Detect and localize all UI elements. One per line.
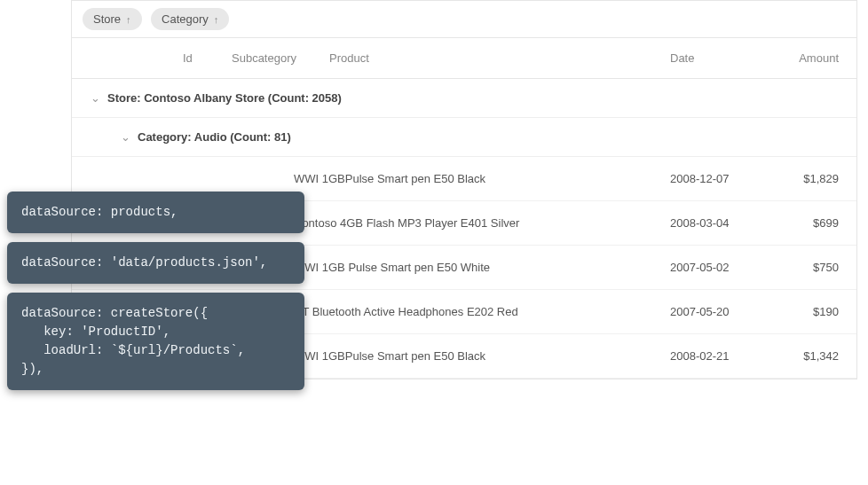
sort-up-icon: ↑ xyxy=(214,14,219,25)
group-chip-category[interactable]: Category ↑ xyxy=(151,8,229,30)
column-header-id[interactable]: Id xyxy=(183,51,232,65)
code-block-2: dataSource: 'data/products.json', xyxy=(7,242,304,284)
group-chip-store[interactable]: Store ↑ xyxy=(83,8,142,30)
cell-product: WWI 1GBPulse Smart pen E50 Black xyxy=(294,172,670,185)
cell-date: 2008-02-21 xyxy=(670,349,777,363)
column-header-amount[interactable]: Amount xyxy=(777,51,856,65)
group-row-store[interactable]: ⌄ Store: Contoso Albany Store (Count: 20… xyxy=(72,79,856,118)
cell-date: 2007-05-20 xyxy=(670,305,777,318)
cell-product: NT Bluetooth Active Headphones E202 Red xyxy=(294,305,670,318)
code-block-3: dataSource: createStore({ key: 'ProductI… xyxy=(7,293,304,390)
cell-product: WWI 1GB Pulse Smart pen E50 White xyxy=(294,261,670,274)
column-header-subcategory[interactable]: Subcategory xyxy=(232,51,329,65)
cell-amount: $190 xyxy=(777,305,856,318)
column-header-row: Id Subcategory Product Date Amount xyxy=(72,38,856,79)
column-header-date[interactable]: Date xyxy=(670,51,777,65)
chevron-down-icon[interactable]: ⌄ xyxy=(83,91,107,105)
group-panel: Store ↑ Category ↑ xyxy=(72,1,856,38)
chevron-down-icon[interactable]: ⌄ xyxy=(113,130,138,144)
cell-date: 2007-05-02 xyxy=(670,261,777,274)
cell-amount: $1,829 xyxy=(777,172,856,185)
code-overlay-stack: dataSource: products, dataSource: 'data/… xyxy=(7,192,304,399)
column-header-product[interactable]: Product xyxy=(329,51,670,65)
cell-amount: $699 xyxy=(777,216,856,230)
code-block-1: dataSource: products, xyxy=(7,192,304,233)
cell-amount: $1,342 xyxy=(777,349,856,363)
cell-date: 2008-03-04 xyxy=(670,216,777,230)
cell-amount: $750 xyxy=(777,261,856,274)
sort-up-icon: ↑ xyxy=(126,14,131,25)
cell-product: WWI 1GBPulse Smart pen E50 Black xyxy=(294,349,670,363)
group-row-text: Category: Audio (Count: 81) xyxy=(138,130,291,144)
cell-product: Contoso 4GB Flash MP3 Player E401 Silver xyxy=(294,216,670,230)
group-row-text: Store: Contoso Albany Store (Count: 2058… xyxy=(107,91,342,105)
group-chip-label: Category xyxy=(162,12,209,26)
group-chip-label: Store xyxy=(93,12,121,26)
group-row-category[interactable]: ⌄ Category: Audio (Count: 81) xyxy=(72,118,856,157)
cell-date: 2008-12-07 xyxy=(670,172,777,185)
